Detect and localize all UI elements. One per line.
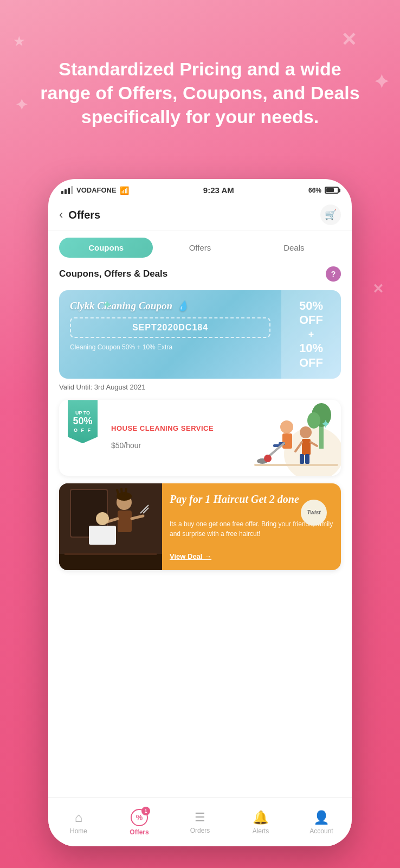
svg-point-17 <box>264 455 272 462</box>
svg-point-3 <box>307 412 320 429</box>
app-header: ‹ Offers 🛒 <box>48 199 352 231</box>
nav-alerts[interactable]: 🔔 Alerts <box>230 806 291 839</box>
coupon-droplet-icon: 💧 <box>177 300 189 312</box>
status-right: 66% <box>308 187 339 194</box>
cart-button[interactable]: 🛒 <box>320 205 341 225</box>
wifi-icon: 📶 <box>120 186 129 195</box>
svg-rect-28 <box>89 526 116 545</box>
badge-text: UP TO 50% O F F <box>73 410 92 433</box>
back-button[interactable]: ‹ <box>59 206 68 224</box>
cleaning-illustration <box>243 400 341 476</box>
nav-home[interactable]: ⌂ Home <box>48 806 109 839</box>
svg-rect-22 <box>118 510 132 532</box>
haircut-card: Pay for 1 Haircut Get 2 done Twist Its a… <box>59 483 341 570</box>
coupon-title: Clykk Cleaning Coupon 💧 <box>70 300 270 312</box>
orders-icon: ☰ <box>195 810 205 824</box>
nav-orders-label: Orders <box>190 827 210 834</box>
twist-badge: Twist <box>301 500 327 526</box>
svg-rect-5 <box>282 433 292 449</box>
svg-point-0 <box>284 427 341 476</box>
svg-point-27 <box>96 512 109 525</box>
signal-icon <box>61 186 73 194</box>
phone-mockup: VODAFONE 📶 9:23 AM 66% ‹ Offers 🛒 Coupon… <box>48 179 352 846</box>
alerts-icon-wrap: 🔔 <box>253 810 269 825</box>
nav-account[interactable]: 👤 Account <box>291 806 352 839</box>
svg-rect-16 <box>254 464 338 466</box>
deal-badge: UP TO 50% O F F <box>68 400 98 443</box>
coupon-description: Cleaning Coupon 50% + 10% Extra <box>70 343 270 351</box>
tabs-container: Coupons Offers Deals <box>48 231 352 258</box>
svg-rect-13 <box>305 454 309 464</box>
view-deal-link[interactable]: View Deal → <box>170 552 333 560</box>
discount-line1: 50% OFF <box>286 299 337 328</box>
svg-point-10 <box>300 426 312 438</box>
coupon-card: Clykk Cleaning Coupon 💧 SEPT2020DC184 Cl… <box>59 290 341 379</box>
page-title: Offers <box>68 209 320 221</box>
tab-coupons[interactable]: Coupons <box>59 238 153 258</box>
discount-plus: + <box>308 329 314 341</box>
valid-until-label: Valid Until: 3rd August 2021 <box>59 383 341 391</box>
coupon-code[interactable]: SEPT2020DC184 <box>70 317 270 338</box>
status-bar: VODAFONE 📶 9:23 AM 66% <box>48 179 352 199</box>
nav-offers-label: Offers <box>130 828 149 836</box>
svg-line-32 <box>125 489 126 494</box>
svg-rect-34 <box>64 553 157 555</box>
cart-icon: 🛒 <box>325 209 337 221</box>
nav-offers[interactable]: % 1 Offers <box>109 805 170 840</box>
time-label: 9:23 AM <box>203 186 234 195</box>
orders-icon-wrap: ☰ <box>195 810 205 825</box>
nav-account-label: Account <box>309 827 333 835</box>
carrier-label: VODAFONE <box>76 186 117 194</box>
home-icon-wrap: ⌂ <box>75 810 83 825</box>
haircut-content: Pay for 1 Haircut Get 2 done Twist Its a… <box>162 483 341 570</box>
nav-home-label: Home <box>70 827 87 835</box>
tab-offers[interactable]: Offers <box>153 238 247 258</box>
home-icon: ⌂ <box>75 810 83 825</box>
offers-badge: 1 <box>141 807 150 815</box>
section-header: Coupons, Offers & Deals ? <box>59 266 341 282</box>
deco-cross-3: ✕ <box>372 282 384 296</box>
haircut-image <box>59 483 162 570</box>
hero-text: Standardized Pricing and a wide range of… <box>0 27 400 145</box>
coupon-discount: 50% OFF + 10% OFF <box>281 290 341 379</box>
nav-orders[interactable]: ☰ Orders <box>170 806 230 839</box>
section-title: Coupons, Offers & Deals <box>59 269 167 279</box>
account-icon-wrap: 👤 <box>313 810 330 825</box>
coupon-left: Clykk Cleaning Coupon 💧 SEPT2020DC184 Cl… <box>59 290 281 379</box>
house-cleaning-card: UP TO 50% O F F HOUSE CLEANING SERVICE $… <box>59 400 341 476</box>
content-area: Coupons, Offers & Deals ? Clykk Cleaning… <box>48 258 352 806</box>
alerts-icon: 🔔 <box>253 810 269 825</box>
svg-point-4 <box>280 420 293 433</box>
discount-line2: 10% OFF <box>286 341 337 370</box>
tab-deals[interactable]: Deals <box>247 238 341 258</box>
battery-percent: 66% <box>308 187 321 194</box>
account-icon: 👤 <box>313 810 330 825</box>
svg-line-31 <box>121 489 122 494</box>
help-button[interactable]: ? <box>326 266 341 282</box>
status-left: VODAFONE 📶 <box>61 186 129 195</box>
svg-rect-33 <box>59 554 162 570</box>
offers-icon-wrap: % 1 <box>131 809 148 826</box>
svg-rect-12 <box>300 454 304 464</box>
nav-alerts-label: Alerts <box>253 827 269 835</box>
svg-rect-11 <box>302 439 311 455</box>
bottom-nav: ⌂ Home % 1 Offers ☰ Orders 🔔 Alerts <box>48 797 352 846</box>
battery-icon <box>325 187 339 194</box>
